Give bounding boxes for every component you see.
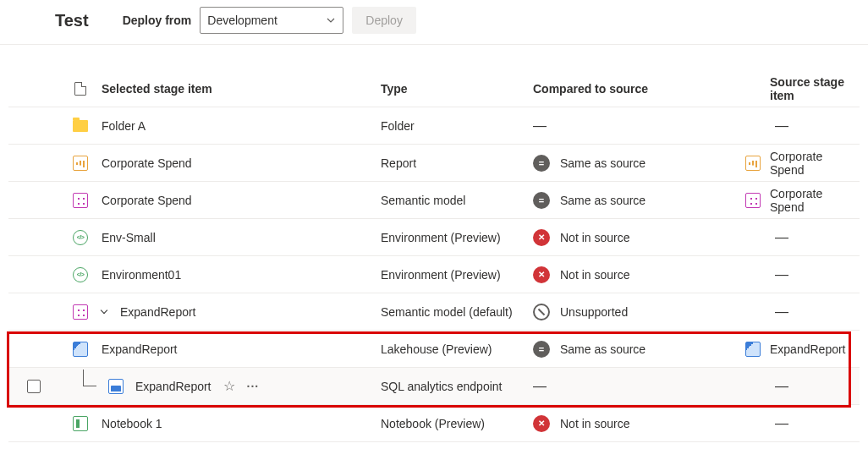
folder-icon xyxy=(73,120,88,132)
more-actions-icon[interactable]: ··· xyxy=(247,380,260,393)
same-badge-icon xyxy=(533,192,550,209)
notebook-icon xyxy=(73,416,88,431)
item-name: ExpandReport xyxy=(135,380,212,393)
tree-connector-icon xyxy=(83,370,96,386)
deploy-from-value: Development xyxy=(207,14,277,27)
semantic-model-icon xyxy=(745,193,761,208)
table-row[interactable]: Env-SmallEnvironment (Preview)Not in sou… xyxy=(8,219,860,256)
col-header-compare[interactable]: Compared to source xyxy=(533,82,736,96)
compare-text: Unsupported xyxy=(560,305,628,319)
compare-text: Not in source xyxy=(560,268,629,282)
item-name: ExpandReport xyxy=(120,305,196,319)
semantic-model-icon xyxy=(73,304,88,320)
item-type: Semantic model xyxy=(381,194,533,207)
table-row[interactable]: Environment01Environment (Preview)Not in… xyxy=(8,256,860,293)
source-dash: — xyxy=(770,230,788,245)
col-header-source[interactable]: Source stage item xyxy=(770,75,860,102)
item-name: Folder A xyxy=(102,119,146,133)
item-name: Environment01 xyxy=(102,268,181,282)
not-in-source-badge-icon xyxy=(533,266,550,283)
not-in-source-badge-icon xyxy=(533,229,550,246)
compare-text: Same as source xyxy=(560,156,646,170)
table-row[interactable]: Corporate SpendSemantic modelSame as sou… xyxy=(8,182,860,219)
sql-endpoint-icon xyxy=(108,379,124,394)
item-name: ExpandReport xyxy=(102,342,178,356)
stage-title: Test xyxy=(55,11,89,30)
lakehouse-icon xyxy=(745,342,761,357)
item-name: Env-Small xyxy=(102,231,156,244)
compare-dash: — xyxy=(533,118,547,134)
item-type: Environment (Preview) xyxy=(381,268,533,282)
deploy-group: Deploy from Development Deploy xyxy=(123,7,416,34)
deploy-from-select[interactable]: Development xyxy=(200,7,343,34)
deploy-from-label: Deploy from xyxy=(123,14,192,27)
source-item-name: Corporate Spend xyxy=(770,187,860,214)
favorite-icon[interactable]: ☆ xyxy=(223,378,235,394)
col-header-type[interactable]: Type xyxy=(381,82,533,96)
source-item-name: ExpandReport xyxy=(770,342,846,356)
compare-text: Same as source xyxy=(560,342,646,356)
table-row[interactable]: Notebook 1Notebook (Preview)Not in sourc… xyxy=(8,405,860,442)
compare-text: Not in source xyxy=(560,417,629,430)
item-type: Environment (Preview) xyxy=(381,231,533,244)
lakehouse-icon xyxy=(73,342,88,357)
item-type: Semantic model (default) xyxy=(381,305,533,319)
compare-text: Same as source xyxy=(560,194,646,207)
report-icon xyxy=(73,156,88,171)
table-row[interactable]: ExpandReportLakehouse (Preview)Same as s… xyxy=(8,331,860,368)
item-name: Corporate Spend xyxy=(102,156,192,170)
item-type: SQL analytics endpoint xyxy=(381,380,533,393)
item-type: Lakehouse (Preview) xyxy=(381,342,533,356)
report-icon xyxy=(745,156,761,171)
item-name: Notebook 1 xyxy=(102,417,162,430)
source-item-name: Corporate Spend xyxy=(770,150,860,177)
col-header-name[interactable]: Selected stage item xyxy=(102,82,381,96)
same-badge-icon xyxy=(533,155,550,172)
compare-text: Not in source xyxy=(560,231,629,244)
table-row[interactable]: ExpandReportSemantic model (default)Unsu… xyxy=(8,293,860,331)
items-table: Selected stage item Type Compared to sou… xyxy=(8,70,860,442)
table-header: Selected stage item Type Compared to sou… xyxy=(8,70,860,107)
table-body: Folder AFolder——Corporate SpendReportSam… xyxy=(8,107,860,442)
unsupported-badge-icon xyxy=(533,304,550,320)
item-type: Notebook (Preview) xyxy=(381,417,533,430)
source-dash: — xyxy=(770,379,788,394)
file-type-icon xyxy=(74,82,86,96)
item-type: Folder xyxy=(381,119,533,133)
same-badge-icon xyxy=(533,341,550,358)
compare-dash: — xyxy=(533,379,547,394)
chevron-down-icon xyxy=(326,15,336,25)
source-dash: — xyxy=(770,267,788,282)
deploy-button[interactable]: Deploy xyxy=(352,7,416,34)
table-row[interactable]: Folder AFolder—— xyxy=(8,107,860,145)
source-dash: — xyxy=(770,304,788,320)
expand-caret-icon[interactable] xyxy=(101,307,107,314)
environment-icon xyxy=(73,230,88,245)
item-name: Corporate Spend xyxy=(102,194,192,207)
row-checkbox[interactable] xyxy=(27,380,41,393)
table-row[interactable]: ExpandReport☆···SQL analytics endpoint—— xyxy=(8,368,860,405)
stage-header: Test Deploy from Development Deploy xyxy=(0,0,868,45)
semantic-model-icon xyxy=(73,193,88,208)
source-dash: — xyxy=(770,118,788,134)
not-in-source-badge-icon xyxy=(533,415,550,432)
source-dash: — xyxy=(770,416,788,431)
environment-icon xyxy=(73,267,88,282)
table-row[interactable]: Corporate SpendReportSame as sourceCorpo… xyxy=(8,145,860,182)
item-type: Report xyxy=(381,156,533,170)
